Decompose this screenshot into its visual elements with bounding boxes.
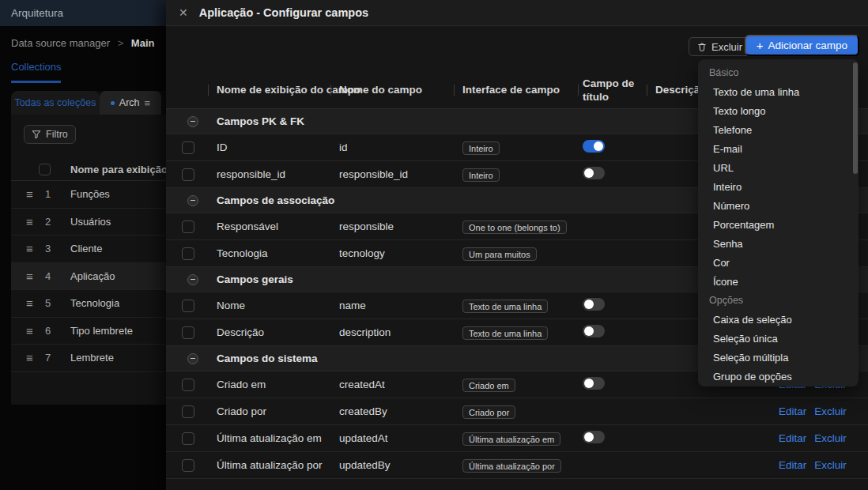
- field-type-option[interactable]: Ícone: [698, 272, 859, 291]
- tab-collections[interactable]: Collections: [11, 61, 155, 73]
- field-type-option[interactable]: Texto longo: [698, 101, 859, 120]
- collection-tabs: Todas as coleções Arch ≡: [11, 91, 166, 115]
- row-number: 6: [45, 325, 70, 337]
- field-type-option[interactable]: Cor: [698, 253, 859, 272]
- interface-cell: Texto de uma linha: [455, 326, 579, 338]
- title-field-toggle[interactable]: [583, 140, 605, 153]
- collection-row[interactable]: ≡3Cliente: [11, 236, 166, 263]
- collection-name[interactable]: Usuários: [70, 216, 111, 228]
- row-checkbox[interactable]: [182, 379, 194, 391]
- group-collapse-icon[interactable]: [187, 195, 198, 206]
- collection-row[interactable]: ≡2Usuários: [11, 209, 166, 236]
- select-all-checkbox[interactable]: [39, 164, 51, 175]
- edit-field-link[interactable]: Editar: [779, 432, 806, 444]
- field-type-option[interactable]: E-mail: [698, 139, 859, 158]
- field-type-option[interactable]: Seleção única: [698, 329, 859, 348]
- title-field-toggle[interactable]: [583, 325, 605, 337]
- collection-name[interactable]: Funções: [70, 188, 110, 200]
- field-type-option[interactable]: Caixa de seleção: [698, 310, 859, 329]
- column-field-name: Nome do campo: [331, 71, 455, 108]
- field-name: name: [331, 300, 455, 311]
- toggle-knob: [584, 300, 594, 309]
- row-checkbox[interactable]: [182, 141, 194, 154]
- field-display-name: Nome: [209, 300, 331, 311]
- collection-row[interactable]: ≡4Aplicação: [11, 263, 166, 291]
- field-row: Última atualização emupdatedAtÚltima atu…: [166, 425, 868, 452]
- field-type-option[interactable]: Texto de uma linha: [698, 82, 859, 101]
- drag-handle-icon[interactable]: ≡: [26, 187, 45, 201]
- row-checkbox[interactable]: [182, 459, 194, 472]
- interface-cell: Inteiro: [455, 168, 579, 180]
- row-checkbox[interactable]: [182, 168, 194, 181]
- collection-row[interactable]: ≡1Funções: [11, 181, 166, 209]
- title-field-toggle[interactable]: [583, 167, 605, 179]
- active-tab-underline: [11, 81, 61, 83]
- row-checkbox[interactable]: [182, 432, 194, 445]
- collection-name[interactable]: Lembrete: [70, 352, 114, 364]
- field-type-option[interactable]: Grupo de opções: [698, 367, 859, 386]
- title-field-cell: [579, 325, 647, 340]
- field-type-option[interactable]: Número: [698, 196, 859, 215]
- close-icon[interactable]: ✕: [179, 6, 188, 19]
- drag-handle-icon[interactable]: ≡: [26, 296, 45, 310]
- edit-field-link[interactable]: Editar: [779, 405, 806, 417]
- field-interface-tag: Texto de uma linha: [462, 326, 548, 340]
- collection-name[interactable]: Tipo lembrete: [70, 325, 133, 337]
- field-name: responsible_id: [331, 168, 455, 180]
- group-collapse-icon[interactable]: [187, 353, 198, 364]
- funnel-icon: [32, 130, 41, 139]
- drag-handle-icon[interactable]: ≡: [26, 270, 45, 283]
- drag-handle-icon[interactable]: ≡: [26, 351, 45, 364]
- collection-name[interactable]: Aplicação: [70, 270, 115, 282]
- checkbox-cell: [166, 247, 209, 260]
- breadcrumb-current[interactable]: Main: [131, 37, 155, 49]
- checkbox-cell: [166, 141, 209, 154]
- delete-field-link[interactable]: Excluir: [814, 405, 847, 417]
- tab-arch-category[interactable]: Arch ≡: [100, 91, 161, 115]
- dropdown-scrollbar[interactable]: [853, 62, 858, 174]
- edit-field-link[interactable]: Editar: [779, 459, 806, 471]
- tab-all-collections[interactable]: Todas as coleções: [11, 91, 100, 115]
- title-field-toggle[interactable]: [583, 431, 605, 443]
- breadcrumb-item[interactable]: Data source manager: [11, 37, 110, 49]
- filter-button[interactable]: Filtro: [24, 125, 76, 144]
- field-name: createdAt: [331, 379, 455, 390]
- collection-name[interactable]: Tecnologia: [70, 297, 119, 309]
- group-collapse-icon[interactable]: [187, 116, 198, 127]
- delete-field-link[interactable]: Excluir: [814, 459, 847, 471]
- actions-cell: EditarExcluir: [763, 432, 868, 444]
- group-collapse-icon[interactable]: [187, 274, 198, 285]
- drag-handle-icon[interactable]: ≡: [26, 215, 45, 228]
- field-type-option[interactable]: Inteiro: [698, 177, 859, 196]
- row-checkbox[interactable]: [182, 300, 194, 312]
- field-interface-tag: Um para muitos: [462, 247, 537, 261]
- title-field-cell: [579, 140, 647, 155]
- delete-field-link[interactable]: Excluir: [814, 432, 847, 444]
- collection-row[interactable]: ≡6Tipo lembrete: [11, 318, 166, 345]
- field-type-option[interactable]: URL: [698, 158, 859, 177]
- row-checkbox[interactable]: [182, 247, 194, 260]
- title-field-toggle[interactable]: [583, 377, 605, 390]
- drag-handle-icon[interactable]: ≡: [26, 242, 45, 255]
- field-name: updatedAt: [331, 432, 455, 444]
- field-type-option[interactable]: Telefone: [698, 120, 859, 139]
- row-checkbox[interactable]: [182, 326, 194, 339]
- field-type-option[interactable]: Senha: [698, 234, 859, 253]
- interface-cell: Última atualização em: [455, 432, 579, 444]
- toggle-knob: [584, 432, 594, 442]
- title-field-cell: [579, 167, 647, 182]
- title-field-toggle[interactable]: [583, 298, 605, 311]
- field-type-option[interactable]: Seleção múltipla: [698, 348, 859, 367]
- row-checkbox[interactable]: [182, 405, 194, 418]
- drag-handle-icon[interactable]: ≡: [26, 324, 45, 337]
- field-type-option[interactable]: Porcentagem: [698, 215, 859, 234]
- app-window: Arquitetura Data source manager > Main C…: [0, 0, 868, 490]
- collection-row[interactable]: ≡7Lembrete: [11, 345, 166, 372]
- field-type-dropdown: BásicoTexto de uma linhaTexto longoTelef…: [698, 59, 859, 386]
- add-field-button[interactable]: + Adicionar campo: [745, 35, 859, 56]
- delete-fields-button[interactable]: Excluir: [689, 37, 751, 56]
- collection-row[interactable]: ≡5Tecnologia: [11, 290, 166, 318]
- menu-icon[interactable]: ≡: [145, 97, 151, 109]
- collection-name[interactable]: Cliente: [70, 243, 102, 254]
- row-checkbox[interactable]: [182, 220, 194, 233]
